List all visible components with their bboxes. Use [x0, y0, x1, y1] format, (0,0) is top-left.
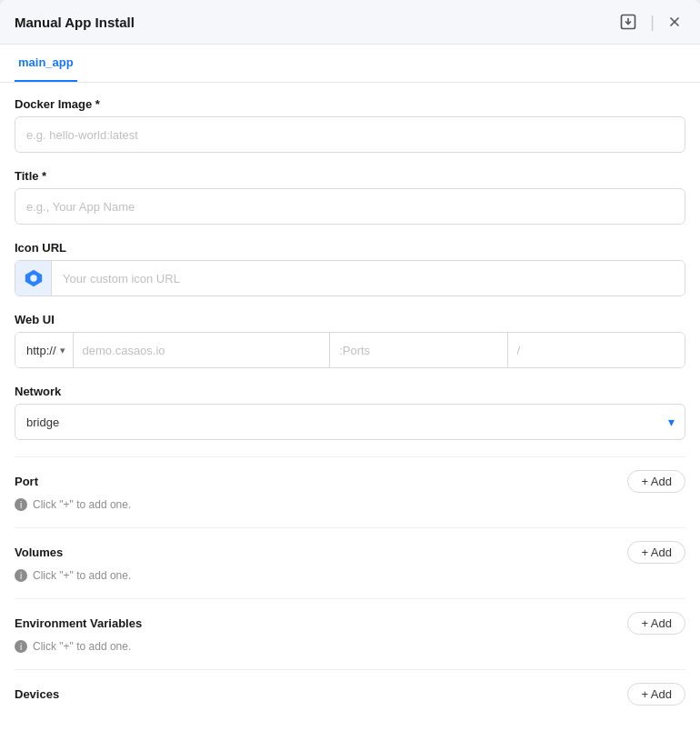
docker-image-input[interactable]	[15, 116, 685, 153]
tab-main-app[interactable]: main_app	[15, 45, 77, 82]
volumes-label: Volumes	[15, 546, 63, 559]
title-group: Title *	[15, 169, 685, 225]
icon-preview	[15, 260, 52, 296]
volumes-info-icon: i	[15, 569, 27, 582]
web-ui-row: http:// ▾	[15, 332, 685, 368]
port-label: Port	[15, 475, 38, 488]
title-label: Title *	[15, 169, 685, 183]
icon-url-label: Icon URL	[15, 241, 685, 255]
env-vars-hint: i Click "+" to add one.	[15, 640, 685, 653]
port-group: Port + Add i Click "+" to add one.	[15, 470, 685, 511]
devices-group: Devices + Add	[15, 683, 685, 706]
icon-url-row	[15, 260, 685, 296]
env-vars-info-icon: i	[15, 640, 27, 653]
port-add-button[interactable]: + Add	[627, 470, 685, 493]
port-info-icon: i	[15, 498, 27, 511]
import-icon	[619, 13, 637, 31]
web-ui-port-input[interactable]	[330, 333, 507, 367]
devices-add-button[interactable]: + Add	[627, 683, 685, 706]
devices-label: Devices	[15, 687, 59, 701]
env-vars-group: Environment Variables + Add i Click "+" …	[15, 612, 685, 653]
header-actions: |	[615, 11, 685, 33]
network-select-wrapper: bridge host none ▾	[15, 404, 685, 440]
network-group: Network bridge host none ▾	[15, 385, 685, 440]
devices-section-header: Devices + Add	[15, 683, 685, 706]
divider-2	[15, 527, 685, 528]
web-ui-group: Web UI http:// ▾	[15, 313, 685, 368]
env-vars-label: Environment Variables	[15, 616, 142, 630]
modal-header: Manual App Install |	[0, 0, 700, 45]
volumes-hint: i Click "+" to add one.	[15, 569, 685, 582]
divider-1	[15, 456, 685, 457]
app-icon	[24, 268, 44, 288]
network-label: Network	[15, 385, 685, 398]
import-button[interactable]	[615, 11, 641, 33]
protocol-chevron-icon: ▾	[60, 345, 65, 356]
volumes-add-button[interactable]: + Add	[627, 541, 685, 564]
web-ui-label: Web UI	[15, 313, 685, 326]
divider-3	[15, 598, 685, 599]
close-button[interactable]	[664, 13, 685, 31]
web-ui-host-input[interactable]	[74, 333, 331, 367]
docker-image-group: Docker Image *	[15, 97, 685, 153]
volumes-section-header: Volumes + Add	[15, 541, 685, 564]
divider-4	[15, 669, 685, 670]
port-section-header: Port + Add	[15, 470, 685, 493]
env-vars-section-header: Environment Variables + Add	[15, 612, 685, 635]
icon-url-group: Icon URL	[15, 241, 685, 296]
header-divider: |	[650, 13, 655, 32]
modal-title: Manual App Install	[15, 15, 135, 30]
network-select[interactable]: bridge host none	[15, 404, 685, 440]
env-vars-hint-text: Click "+" to add one.	[33, 640, 131, 653]
protocol-text: http://	[26, 344, 56, 357]
close-icon	[667, 15, 682, 29]
docker-image-label: Docker Image *	[15, 97, 685, 111]
svg-point-5	[30, 275, 36, 281]
volumes-hint-text: Click "+" to add one.	[33, 569, 131, 582]
port-hint: i Click "+" to add one.	[15, 498, 685, 511]
title-input[interactable]	[15, 188, 685, 225]
protocol-selector[interactable]: http:// ▾	[15, 333, 74, 367]
web-ui-path-input[interactable]	[508, 333, 685, 367]
volumes-group: Volumes + Add i Click "+" to add one.	[15, 541, 685, 582]
tabs-bar: main_app	[0, 45, 700, 83]
icon-url-input[interactable]	[52, 261, 685, 295]
port-hint-text: Click "+" to add one.	[33, 498, 131, 511]
env-vars-add-button[interactable]: + Add	[627, 612, 685, 635]
modal-content: Docker Image * Title * Icon URL	[0, 83, 700, 731]
